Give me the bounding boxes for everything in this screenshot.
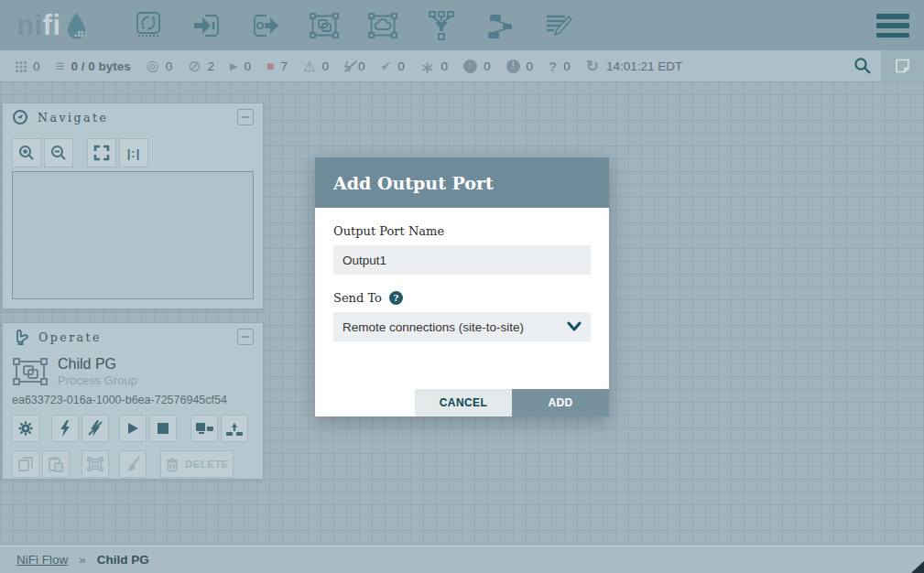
birdseye-view[interactable] [12,171,254,299]
label-icon[interactable] [541,6,576,45]
add-button[interactable]: ADD [512,389,609,416]
component-id: ea633723-016a-1000-b6ea-72576945cf54 [12,394,254,406]
component-text: Child PG Process Group [58,355,137,387]
status-stopped: ■ 7 [266,59,288,73]
component-toolbar [131,6,576,45]
dialog-header: Add Output Port [315,157,609,208]
one-to-one-icon: |:| [127,146,141,160]
send-to-select[interactable]: Remote connections (site-to-site) [333,312,591,341]
breadcrumb-separator: » [79,553,86,567]
selected-component-card: Child PG Process Group [12,355,254,387]
dialog-title: Add Output Port [333,173,494,193]
search-button[interactable] [844,50,881,81]
stopped-icon: ■ [266,59,274,72]
output-port-name-label: Output Port Name [333,224,591,238]
toolbar: nifi [0,0,924,50]
stop-icon [157,422,169,435]
breadcrumb-root-link[interactable]: NiFi Flow [16,553,68,567]
crossed-lightning-icon [86,419,104,438]
chevron-down-icon [567,321,582,332]
status-not-transmitting: ⊘ 2 [188,59,214,74]
process-group-icon[interactable] [307,6,342,45]
status-counters: 0 ≡ 0 / 0 bytes ◎ 0 ⊘ 2 ▶ 0 ■ 7 ⚠ 0 ϟ 0 [15,57,844,76]
fill-color-button[interactable] [119,450,147,478]
output-port-icon[interactable] [248,6,283,45]
remote-process-group-icon[interactable] [365,6,400,45]
status-active-threads: 0 [15,59,40,73]
operate-actions-row-1 [12,415,254,442]
configure-button[interactable] [12,415,39,442]
locally-modified-stale-icon: ! [506,59,520,73]
help-icon[interactable]: ? [389,291,403,305]
enable-button[interactable] [51,415,79,442]
cancel-button[interactable]: CANCEL [415,389,512,416]
component-name: Child PG [58,355,137,373]
queued-icon: ≡ [56,59,65,74]
up-to-date-icon: ✔ [380,59,391,72]
status-invalid: ⚠ 0 [303,59,329,73]
refresh-status[interactable]: ↻ 14:01:21 EDT [586,59,683,74]
logo-text-dark: ni [16,11,43,39]
funnel-icon[interactable] [424,6,459,45]
output-port-name-input[interactable] [333,245,591,275]
disable-button[interactable] [82,415,109,442]
active-threads-icon [15,60,27,72]
processor-icon[interactable] [131,6,166,45]
mouse-cursor [909,561,924,573]
template-icon[interactable] [483,6,517,45]
delete-button[interactable]: DELETE [160,450,234,478]
paste-button[interactable] [42,450,70,478]
save-template-icon [194,420,214,437]
send-to-selected-value: Remote connections (site-to-site) [342,320,524,334]
hand-pointer-icon [12,328,29,346]
brush-icon [124,455,142,473]
operate-header: Operate [3,323,263,351]
search-icon [853,56,873,76]
nifi-droplet-icon [64,11,89,40]
zoom-fit-button[interactable] [87,138,116,168]
play-icon [125,421,140,436]
flow-status-bar: 0 ≡ 0 / 0 bytes ◎ 0 ⊘ 2 ▶ 0 ■ 7 ⚠ 0 ϟ 0 [0,50,924,81]
breadcrumb-bar: NiFi Flow » Child PG [0,546,924,573]
gear-icon [16,419,35,438]
operate-title: Operate [38,330,102,344]
create-template-button[interactable] [190,415,218,442]
status-sync-failure: ? 0 [549,59,571,73]
compass-icon [12,109,28,125]
disabled-icon: ϟ [344,59,352,73]
navigate-panel: Navigate |:| [2,103,264,309]
not-transmitting-icon: ⊘ [188,59,201,74]
global-menu-button[interactable] [876,14,909,38]
status-up-to-date: ✔ 0 [380,59,404,73]
hamburger-bar [876,33,909,38]
operate-collapse-button[interactable] [237,329,254,345]
hamburger-bar [876,14,909,19]
upload-template-button[interactable] [221,415,248,442]
bulletin-panel-button[interactable] [881,50,924,81]
lightning-icon [57,419,73,438]
last-refresh-time: 14:01:21 EDT [606,59,682,73]
group-icon [86,456,104,472]
send-to-label-row: Send To ? [333,291,591,305]
dialog-buttons: CANCEL ADD [415,389,609,416]
operate-actions-row-2: DELETE [12,450,254,478]
zoom-out-button[interactable] [44,138,73,168]
navigate-tools: |:| [12,138,263,168]
component-type: Process Group [58,373,137,387]
navigate-collapse-button[interactable] [237,109,254,125]
send-to-label: Send To [333,291,382,305]
statusbar-right [844,50,924,81]
zoom-in-button[interactable] [12,138,41,168]
copy-icon [16,455,35,473]
navigate-title: Navigate [38,111,108,124]
stop-button[interactable] [149,415,177,442]
start-button[interactable] [119,415,147,442]
group-button[interactable] [82,450,109,478]
zoom-actual-size-button[interactable]: |:| [119,138,148,168]
nifi-logo: nifi [16,11,89,40]
status-queued: ≡ 0 / 0 bytes [56,59,131,74]
trash-icon [165,457,179,472]
copy-button[interactable] [12,450,39,478]
input-port-icon[interactable] [190,6,224,45]
status-locally-modified-stale: ! 0 [506,59,534,73]
